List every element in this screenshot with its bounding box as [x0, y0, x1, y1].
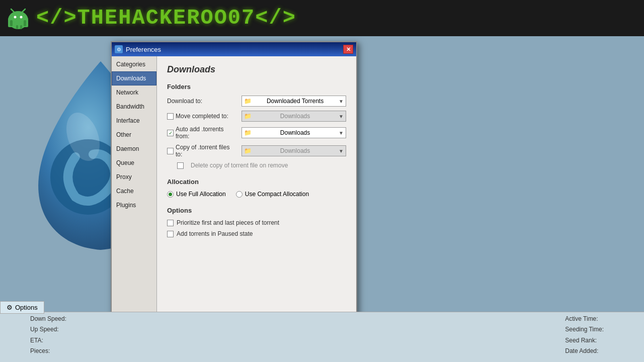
preferences-dialog: ⚙ Preferences ✕ Categories Downloads Net… — [111, 41, 357, 345]
move-completed-checkbox[interactable] — [167, 113, 174, 120]
copy-torrent-row: Copy of .torrent files to: 📁 Downloads ▼ — [167, 144, 346, 158]
eta-stat: ETA: — [30, 335, 66, 346]
copy-torrent-checkbox[interactable] — [167, 148, 174, 154]
add-paused-row: Add torrents in Paused state — [167, 230, 346, 237]
svg-line-4 — [11, 9, 14, 12]
top-banner: </>THEHACKEROO07</> — [0, 0, 644, 36]
folder-icon-copy: 📁 — [244, 147, 252, 154]
close-button[interactable]: ✕ — [343, 45, 353, 54]
allocation-section: Allocation Use Full Allocation Use Compa… — [167, 178, 346, 198]
move-completed-dropdown[interactable]: 📁 Downloads ▼ — [242, 111, 346, 122]
allocation-label: Allocation — [167, 178, 346, 186]
dialog-title-left: ⚙ Preferences — [115, 45, 161, 53]
preferences-icon: ⚙ — [115, 45, 123, 53]
sidebar-item-other[interactable]: Other — [112, 128, 156, 142]
compact-allocation-radio[interactable] — [236, 191, 243, 198]
folder-icon-auto: 📁 — [244, 129, 252, 136]
copy-torrent-value: Downloads — [280, 147, 310, 154]
folder-icon-download: 📁 — [244, 98, 252, 105]
svg-line-5 — [22, 9, 25, 12]
delete-copy-checkbox[interactable] — [177, 162, 184, 169]
auto-add-arrow: ▼ — [339, 130, 344, 136]
sidebar-item-bandwidth[interactable]: Bandwidth — [112, 100, 156, 114]
sidebar-item-categories[interactable]: Categories — [112, 57, 156, 71]
options-tab[interactable]: ⚙ Options — [0, 301, 44, 314]
delete-copy-label: Delete copy of torrent file on remove — [191, 162, 288, 169]
dialog-sidebar: Categories Downloads Network Bandwidth I… — [112, 56, 157, 323]
svg-point-2 — [14, 16, 17, 19]
auto-add-dropdown[interactable]: 📁 Downloads ▼ — [242, 127, 346, 138]
auto-add-checkbox[interactable] — [167, 130, 174, 136]
download-to-label: Download to: — [167, 98, 237, 105]
main-area: ⚙ Preferences ✕ Categories Downloads Net… — [0, 36, 644, 362]
bottom-stats-left: Down Speed: Up Speed: ETA: Pieces: — [30, 314, 66, 357]
auto-add-label: Auto add .torrents from: — [167, 126, 237, 140]
up-speed-stat: Up Speed: — [30, 324, 66, 335]
dialog-content: Downloads Folders Download to: 📁 Downloa… — [157, 56, 356, 323]
svg-rect-9 — [20, 25, 22, 29]
svg-rect-7 — [24, 20, 26, 26]
seed-rank-stat: Seed Rank: — [565, 335, 604, 346]
move-completed-value: Downloads — [280, 113, 310, 120]
active-time-stat: Active Time: — [565, 314, 604, 325]
dialog-title: Preferences — [126, 46, 161, 53]
prioritize-row: Prioritize first and last pieces of torr… — [167, 219, 346, 226]
gear-icon: ⚙ — [7, 304, 13, 311]
copy-torrent-arrow: ▼ — [339, 148, 344, 154]
add-paused-checkbox[interactable] — [167, 231, 174, 237]
copy-torrent-dropdown[interactable]: 📁 Downloads ▼ — [242, 145, 346, 156]
download-to-row: Download to: 📁 Downloaded Torrents ▼ — [167, 96, 346, 107]
copy-torrent-label: Copy of .torrent files to: — [167, 144, 237, 158]
auto-add-row: Auto add .torrents from: 📁 Downloads ▼ — [167, 126, 346, 140]
sidebar-item-network[interactable]: Network — [112, 85, 156, 100]
svg-rect-8 — [16, 25, 18, 29]
sidebar-item-queue[interactable]: Queue — [112, 156, 156, 170]
svg-rect-6 — [10, 20, 13, 26]
prioritize-label: Prioritize first and last pieces of torr… — [177, 219, 279, 226]
prioritize-checkbox[interactable] — [167, 220, 174, 226]
compact-allocation-label: Use Compact Allocation — [245, 191, 309, 198]
date-added-stat: Date Added: — [565, 346, 604, 357]
sidebar-item-proxy[interactable]: Proxy — [112, 170, 156, 184]
options-section: Options Prioritize first and last pieces… — [167, 207, 346, 237]
full-allocation-radio[interactable] — [167, 191, 174, 198]
download-to-dropdown[interactable]: 📁 Downloaded Torrents ▼ — [242, 96, 346, 107]
sidebar-item-cache[interactable]: Cache — [112, 184, 156, 198]
sidebar-item-plugins[interactable]: Plugins — [112, 198, 156, 212]
seeding-time-stat: Seeding Time: — [565, 324, 604, 335]
move-completed-arrow: ▼ — [339, 114, 344, 119]
dialog-titlebar: ⚙ Preferences ✕ — [112, 42, 356, 56]
options-section-label: Options — [167, 207, 346, 214]
full-allocation-option[interactable]: Use Full Allocation — [167, 191, 226, 198]
content-title: Downloads — [167, 64, 346, 75]
download-to-arrow: ▼ — [339, 99, 344, 104]
dialog-body: Categories Downloads Network Bandwidth I… — [112, 56, 356, 323]
delete-copy-row: Delete copy of torrent file on remove — [177, 162, 346, 169]
folders-section-label: Folders — [167, 83, 346, 90]
add-paused-label: Add torrents in Paused state — [177, 230, 253, 237]
banner-title: </>THEHACKEROO07</> — [36, 6, 296, 30]
sidebar-item-downloads[interactable]: Downloads — [112, 71, 156, 85]
android-logo-icon — [5, 5, 31, 31]
down-speed-stat: Down Speed: — [30, 314, 66, 325]
auto-add-value: Downloads — [280, 129, 310, 136]
bottom-bar: ⚙ Options Down Speed: Up Speed: ETA: Pie… — [0, 312, 644, 362]
download-to-value: Downloaded Torrents — [267, 98, 324, 105]
folder-icon-move: 📁 — [244, 113, 252, 120]
bottom-stats-right: Active Time: Seeding Time: Seed Rank: Da… — [565, 314, 604, 357]
svg-point-3 — [20, 16, 23, 19]
options-tab-label: Options — [15, 304, 38, 311]
compact-allocation-option[interactable]: Use Compact Allocation — [236, 191, 309, 198]
move-completed-row: Move completed to: 📁 Downloads ▼ — [167, 111, 346, 122]
full-allocation-label: Use Full Allocation — [176, 191, 226, 198]
allocation-radio-row: Use Full Allocation Use Compact Allocati… — [167, 191, 346, 198]
sidebar-item-daemon[interactable]: Daemon — [112, 142, 156, 156]
pieces-stat: Pieces: — [30, 346, 66, 357]
sidebar-item-interface[interactable]: Interface — [112, 114, 156, 128]
move-completed-label: Move completed to: — [167, 113, 237, 120]
